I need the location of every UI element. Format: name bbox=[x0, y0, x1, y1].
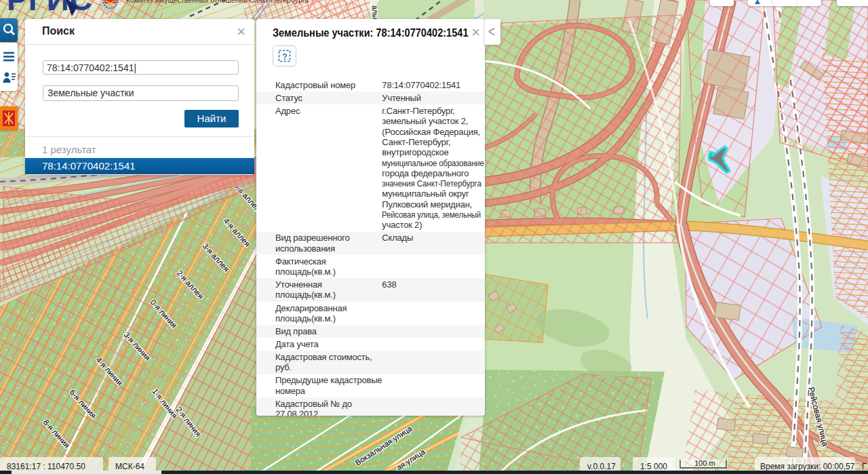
svg-text:100 m: 100 m bbox=[694, 459, 715, 467]
svg-text:?: ? bbox=[282, 52, 287, 62]
